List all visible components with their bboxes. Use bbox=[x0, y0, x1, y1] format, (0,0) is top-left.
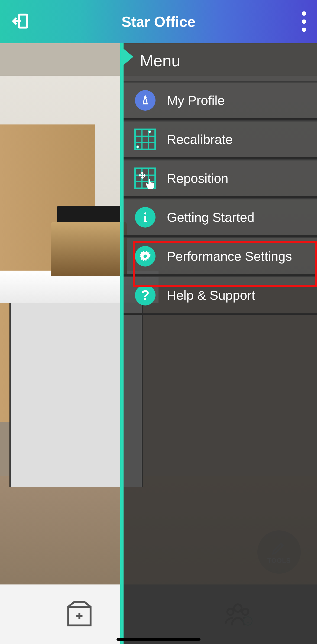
exit-button[interactable] bbox=[11, 11, 30, 32]
menu-item-recalibrate[interactable]: Recalibrate bbox=[124, 120, 317, 159]
menu-item-label: Getting Started bbox=[167, 210, 312, 225]
menu-item-label: Recalibrate bbox=[167, 132, 312, 147]
menu-item-my-profile[interactable]: My Profile bbox=[124, 81, 317, 120]
tab-add-room[interactable] bbox=[63, 598, 96, 630]
menu-list: My Profile Recalibrate Reposition bbox=[124, 81, 317, 315]
menu-item-performance-settings[interactable]: Performance Settings bbox=[124, 237, 317, 276]
profile-icon bbox=[134, 90, 156, 111]
grid-hand-icon bbox=[134, 167, 156, 189]
dot-icon bbox=[302, 28, 306, 32]
dot-icon bbox=[302, 11, 306, 16]
menu-item-help-support[interactable]: ? Help & Support bbox=[124, 276, 317, 315]
menu-item-label: Reposition bbox=[167, 171, 312, 186]
menu-panel-bottom-extension bbox=[120, 584, 317, 644]
grid-icon bbox=[134, 129, 156, 150]
menu-item-getting-started[interactable]: i Getting Started bbox=[124, 198, 317, 237]
menu-item-reposition[interactable]: Reposition bbox=[124, 159, 317, 198]
menu-item-label: Performance Settings bbox=[167, 249, 312, 264]
menu-heading: Menu bbox=[124, 43, 317, 81]
svg-point-5 bbox=[145, 97, 145, 97]
svg-point-6 bbox=[144, 255, 147, 258]
home-indicator bbox=[117, 638, 200, 641]
menu-collapse-arrow-icon[interactable] bbox=[124, 49, 133, 65]
dot-icon bbox=[302, 19, 306, 24]
menu-item-label: My Profile bbox=[167, 93, 312, 108]
more-menu-button[interactable] bbox=[302, 11, 306, 32]
app-header: Star Office bbox=[0, 0, 317, 43]
info-icon: i bbox=[134, 206, 156, 228]
menu-item-label: Help & Support bbox=[167, 288, 312, 303]
page-title: Star Office bbox=[121, 13, 195, 30]
gear-icon bbox=[134, 245, 156, 267]
question-icon: ? bbox=[134, 284, 156, 306]
scene-chair bbox=[51, 222, 127, 276]
side-menu-panel: Menu My Profile Recalibrate bbox=[120, 43, 317, 644]
